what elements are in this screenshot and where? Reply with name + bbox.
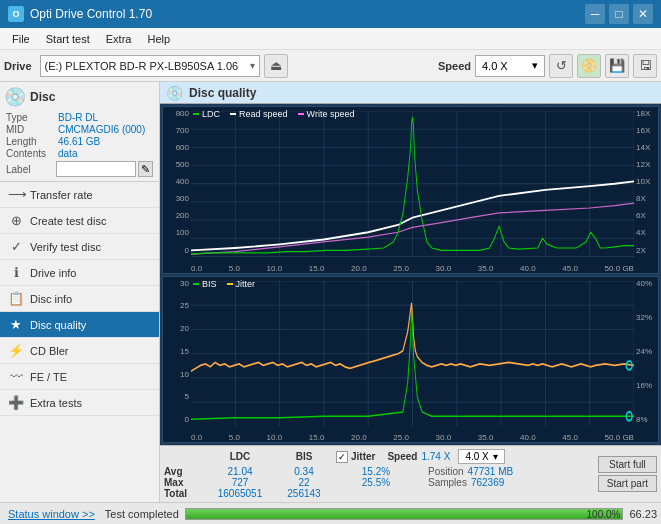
samples-label: Samples bbox=[428, 477, 467, 488]
dropdown-arrow-icon: ▾ bbox=[250, 60, 255, 71]
menu-file[interactable]: File bbox=[4, 31, 38, 47]
speed-label: Speed bbox=[438, 60, 471, 72]
sidebar-item-verify-test-disc[interactable]: ✓ Verify test disc bbox=[0, 234, 159, 260]
length-label: Length bbox=[6, 136, 58, 147]
speed-dropdown-value: 4.0 X bbox=[465, 451, 488, 462]
scan-button[interactable]: 📀 bbox=[577, 54, 601, 78]
jitter-checkbox[interactable]: ✓ bbox=[336, 451, 348, 463]
content-area: 💿 Disc quality LDC Read speed bbox=[160, 82, 661, 502]
speed-dropdown[interactable]: 4.0 X ▾ bbox=[475, 55, 545, 77]
total-label: Total bbox=[164, 488, 204, 499]
close-button[interactable]: ✕ bbox=[633, 4, 653, 24]
status-value: 66.23 bbox=[629, 508, 657, 520]
save-button[interactable]: 🖫 bbox=[633, 54, 657, 78]
speed-dropdown-inline[interactable]: 4.0 X ▾ bbox=[458, 449, 504, 464]
sidebar-item-drive-info[interactable]: ℹ Drive info bbox=[0, 260, 159, 286]
speed-dropdown-arrow: ▾ bbox=[493, 451, 498, 462]
extra-tests-icon: ➕ bbox=[8, 395, 24, 410]
menu-help[interactable]: Help bbox=[139, 31, 178, 47]
avg-row: Avg 21.04 0.34 15.2% Position 47731 MB bbox=[164, 466, 594, 477]
position-value: 47731 MB bbox=[468, 466, 514, 477]
nav-label-cd-bler: CD Bler bbox=[30, 345, 69, 357]
disc-quality-header: 💿 Disc quality bbox=[160, 82, 661, 104]
status-window-button[interactable]: Status window >> bbox=[4, 508, 99, 520]
drive-dropdown[interactable]: (E:) PLEXTOR BD-R PX-LB950SA 1.06 ▾ bbox=[40, 55, 260, 77]
chart1-svg bbox=[191, 111, 634, 257]
type-label: Type bbox=[6, 112, 58, 123]
nav-label-verify-test: Verify test disc bbox=[30, 241, 101, 253]
status-bar: Status window >> Test completed 100.0% 6… bbox=[0, 502, 661, 524]
samples-value: 762369 bbox=[471, 477, 504, 488]
eject-button[interactable]: ⏏ bbox=[264, 54, 288, 78]
chart2-x-axis: 0.0 5.0 10.0 15.0 20.0 25.0 30.0 35.0 40… bbox=[191, 433, 634, 442]
nav-items: ⟶ Transfer rate ⊕ Create test disc ✓ Ver… bbox=[0, 182, 159, 416]
maximize-button[interactable]: □ bbox=[609, 4, 629, 24]
write-button[interactable]: 💾 bbox=[605, 54, 629, 78]
minimize-button[interactable]: ─ bbox=[585, 4, 605, 24]
sidebar-item-disc-quality[interactable]: ★ Disc quality bbox=[0, 312, 159, 338]
nav-label-create-test: Create test disc bbox=[30, 215, 106, 227]
stats-table: LDC BIS ✓ Jitter Speed 1.74 X 4.0 X ▾ bbox=[164, 449, 594, 499]
disc-label-input[interactable] bbox=[56, 161, 136, 177]
create-test-icon: ⊕ bbox=[8, 213, 24, 228]
chart1-y-left: 800 700 600 500 400 300 200 100 0 bbox=[163, 107, 191, 257]
sidebar-item-disc-info[interactable]: 📋 Disc info bbox=[0, 286, 159, 312]
position-label: Position bbox=[428, 466, 464, 477]
start-part-button[interactable]: Start part bbox=[598, 475, 657, 492]
start-full-button[interactable]: Start full bbox=[598, 456, 657, 473]
chart1-inner bbox=[191, 111, 634, 257]
menu-start-test[interactable]: Start test bbox=[38, 31, 98, 47]
ldc-legend: LDC bbox=[193, 109, 220, 119]
write-speed-legend-dot bbox=[298, 113, 304, 115]
nav-label-fe-te: FE / TE bbox=[30, 371, 67, 383]
contents-value: data bbox=[58, 148, 77, 159]
disc-length-row: Length 46.61 GB bbox=[4, 136, 155, 147]
chart-container: LDC Read speed Write speed 800 700 bbox=[160, 104, 661, 445]
disc-section: 💿 Disc Type BD-R DL MID CMCMAGDI6 (000) … bbox=[0, 82, 159, 182]
bis-col-header: BIS bbox=[276, 451, 332, 462]
window-controls: ─ □ ✕ bbox=[585, 4, 653, 24]
avg-label: Avg bbox=[164, 466, 204, 477]
disc-mid-row: MID CMCMAGDI6 (000) bbox=[4, 124, 155, 135]
menu-extra[interactable]: Extra bbox=[98, 31, 140, 47]
app-title: Opti Drive Control 1.70 bbox=[30, 7, 152, 21]
disc-quality-title: Disc quality bbox=[189, 86, 256, 100]
read-speed-legend-dot bbox=[230, 113, 236, 115]
total-row: Total 16065051 256143 bbox=[164, 488, 594, 499]
bis-max: 22 bbox=[276, 477, 332, 488]
drive-info-icon: ℹ bbox=[8, 265, 24, 280]
bis-legend-label: BIS bbox=[202, 279, 217, 289]
cd-bler-icon: ⚡ bbox=[8, 343, 24, 358]
read-speed-legend: Read speed bbox=[230, 109, 288, 119]
sidebar-item-fe-te[interactable]: 〰 FE / TE bbox=[0, 364, 159, 390]
verify-test-icon: ✓ bbox=[8, 239, 24, 254]
sidebar: 💿 Disc Type BD-R DL MID CMCMAGDI6 (000) … bbox=[0, 82, 160, 502]
disc-label-row: Label ✎ bbox=[4, 161, 155, 177]
mid-value: CMCMAGDI6 (000) bbox=[58, 124, 145, 135]
sidebar-item-extra-tests[interactable]: ➕ Extra tests bbox=[0, 390, 159, 416]
chart2-legend: BIS Jitter bbox=[193, 279, 255, 289]
fe-te-icon: 〰 bbox=[8, 369, 24, 384]
max-label: Max bbox=[164, 477, 204, 488]
label-edit-button[interactable]: ✎ bbox=[138, 161, 153, 177]
nav-label-drive-info: Drive info bbox=[30, 267, 76, 279]
jitter-max: 25.5% bbox=[336, 477, 416, 488]
disc-quality-header-icon: 💿 bbox=[166, 85, 183, 101]
ldc-legend-label: LDC bbox=[202, 109, 220, 119]
chart1-wrapper: LDC Read speed Write speed 800 700 bbox=[162, 106, 659, 274]
drive-label: Drive bbox=[4, 60, 32, 72]
refresh-button[interactable]: ↺ bbox=[549, 54, 573, 78]
jitter-legend-label: Jitter bbox=[236, 279, 256, 289]
titlebar: O Opti Drive Control 1.70 ─ □ ✕ bbox=[0, 0, 661, 28]
disc-title: Disc bbox=[30, 90, 55, 104]
sidebar-item-transfer-rate[interactable]: ⟶ Transfer rate bbox=[0, 182, 159, 208]
ldc-legend-dot bbox=[193, 113, 199, 115]
disc-contents-row: Contents data bbox=[4, 148, 155, 159]
chart2-wrapper: BIS Jitter 30 25 20 15 10 5 0 bbox=[162, 276, 659, 444]
sidebar-item-cd-bler[interactable]: ⚡ CD Bler bbox=[0, 338, 159, 364]
sidebar-item-create-test-disc[interactable]: ⊕ Create test disc bbox=[0, 208, 159, 234]
nav-label-disc-quality: Disc quality bbox=[30, 319, 86, 331]
speed-arrow-icon: ▾ bbox=[532, 59, 538, 72]
disc-icon: 💿 bbox=[4, 86, 26, 108]
ldc-total: 16065051 bbox=[204, 488, 276, 499]
